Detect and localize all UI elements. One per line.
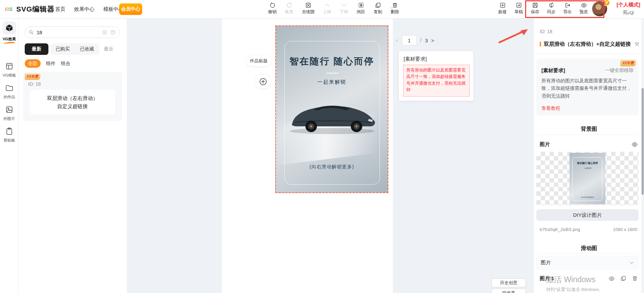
action-label: 新建 bbox=[498, 9, 507, 15]
inspector-panel: ID: 18 双层滑动（左右滑动）+自定义超链接 ⚒ V2年费 [素材要求] 一… bbox=[533, 19, 644, 293]
rail-label: 剪贴板 bbox=[0, 138, 19, 143]
material-requirement-note: [素材要求] 所有滑动的图片以及底图需要宽高尺寸一致，添加超链接需服务号并开通微… bbox=[399, 51, 474, 101]
vip-center-button[interactable]: 会员中心 bbox=[119, 3, 142, 15]
cube-icon bbox=[5, 24, 14, 32]
toolbar-label: 去缝隙 bbox=[302, 9, 315, 15]
document-actions: 新建 草稿 保存 同步 导出 预览 bbox=[495, 2, 591, 15]
move-down-button[interactable]: 下移 bbox=[337, 2, 351, 15]
spacing-icon bbox=[358, 2, 364, 8]
slide-item-actions bbox=[608, 275, 638, 282]
inspector-title: 双层滑动（左右滑动）+自定义超链接 bbox=[544, 41, 632, 48]
filter-component[interactable]: 组件 bbox=[46, 61, 56, 67]
artboard[interactable]: 智在随行 随心而停 一起来解锁 (向右滑动解锁更多) bbox=[275, 25, 388, 193]
v2-badge: V2年费 bbox=[25, 74, 40, 80]
trash-icon[interactable] bbox=[632, 275, 638, 281]
app-logo[interactable]: i3S SVG编辑器 bbox=[3, 4, 55, 15]
undo-button[interactable]: 撤销 bbox=[265, 2, 280, 15]
redo-button[interactable]: 恢复 bbox=[282, 2, 297, 15]
rail-item-clipboard[interactable]: 剪贴板 bbox=[0, 127, 19, 143]
toolbar-collapse-chevron[interactable] bbox=[389, 5, 394, 12]
new-button[interactable]: 新建 bbox=[495, 2, 510, 15]
app-logo-icon: i3S bbox=[3, 4, 14, 15]
effect-title-line2: 自定义超链接 bbox=[57, 102, 88, 110]
requirement-title: [素材要求] bbox=[541, 67, 565, 74]
page-pagination: < 1 / 3 > bbox=[395, 35, 434, 45]
thumbnail-hint: (向右滑动解锁更多) bbox=[570, 196, 605, 199]
redo-icon bbox=[286, 2, 293, 8]
clear-search-icon[interactable] bbox=[102, 29, 107, 35]
poster-subtitle: 一起来解锁 bbox=[276, 79, 388, 85]
new-file-icon bbox=[499, 2, 506, 8]
background-image-label: 图片 bbox=[540, 141, 550, 148]
export-icon bbox=[564, 2, 571, 8]
export-button[interactable]: 导出 bbox=[560, 2, 575, 15]
rail-item-svg-templates[interactable]: VG模板 bbox=[0, 62, 19, 78]
left-icon-rail: VG效果 VG模板 的作品 的图片 剪贴板 bbox=[0, 19, 19, 293]
svg-editor-app: i3S SVG编辑器 首页 效果中心 模板中心 会员中心 撤销 恢复 去缝隙 bbox=[0, 0, 644, 293]
background-image-thumbnail[interactable]: 智在随行 随心而停 一起来解锁 (向右滑动解锁更多) bbox=[570, 153, 605, 204]
save-button[interactable]: 保存 bbox=[528, 2, 542, 15]
copy-button[interactable]: 复制 bbox=[370, 2, 385, 15]
main-nav: 首页 效果中心 模板中心 bbox=[55, 0, 124, 19]
nav-home[interactable]: 首页 bbox=[55, 6, 65, 13]
personal-mode-label: [个人模式] bbox=[614, 2, 643, 8]
add-element-button[interactable] bbox=[255, 75, 271, 89]
move-down-icon bbox=[341, 2, 347, 8]
inspector-scrollbar-track[interactable] bbox=[641, 19, 644, 293]
eye-icon[interactable] bbox=[631, 141, 638, 148]
rail-item-svg-effects[interactable]: VG效果 bbox=[0, 21, 19, 43]
top-bar: i3S SVG编辑器 首页 效果中心 模板中心 会员中心 撤销 恢复 去缝隙 bbox=[0, 0, 644, 19]
spacing-button[interactable]: 间距 bbox=[353, 2, 368, 15]
divider bbox=[537, 134, 639, 135]
poster-title: 智在随行 随心而停 bbox=[276, 55, 388, 67]
save-icon bbox=[532, 2, 538, 8]
tools-icon[interactable]: ⚒ bbox=[635, 41, 639, 47]
eye-icon[interactable] bbox=[608, 275, 615, 282]
help-icon[interactable] bbox=[110, 29, 116, 35]
action-label: 预览 bbox=[580, 9, 588, 15]
remove-gap-button[interactable]: 去缝隙 bbox=[299, 2, 318, 15]
poster-bottom-hint: (向右滑动解锁更多) bbox=[276, 164, 388, 170]
nav-effect-center[interactable]: 效果中心 bbox=[74, 6, 94, 13]
clipboard-icon bbox=[0, 127, 19, 135]
duplicate-icon[interactable] bbox=[620, 275, 626, 281]
requirement-body: 所有滑动的图片以及底图需要宽高尺寸一致，添加超链接需服务号并开通微信支付，否则无… bbox=[541, 77, 634, 100]
annotation-arrow bbox=[493, 26, 533, 47]
draft-button[interactable]: 草稿 bbox=[511, 2, 526, 15]
effect-id: ID: 18 bbox=[28, 81, 41, 87]
sync-icon bbox=[548, 2, 555, 8]
slide-image-group-row[interactable]: 图片 bbox=[536, 256, 639, 269]
rail-item-my-images[interactable]: 的图片 bbox=[0, 105, 19, 121]
effect-title-card[interactable]: 双层滑动（左右滑动） 自定义超链接 bbox=[30, 90, 115, 114]
inspector-scrollbar-thumb[interactable] bbox=[642, 88, 644, 195]
filter-combination[interactable]: 组合 bbox=[61, 61, 70, 67]
toolbar-label: 上移 bbox=[323, 9, 331, 15]
sync-button[interactable]: 同步 bbox=[544, 2, 559, 15]
artwork-title-button[interactable]: 作品标题 bbox=[246, 55, 271, 66]
diy-design-image-button[interactable]: DIY设计图片 bbox=[536, 209, 639, 221]
effect-result-card[interactable]: V2年费 ID: 18 双层滑动（左右滑动） 自定义超链接 bbox=[23, 72, 122, 121]
tab-latest[interactable]: 最新 bbox=[25, 43, 48, 55]
preview-button[interactable]: 预览 bbox=[576, 2, 591, 15]
action-label: 保存 bbox=[531, 9, 539, 15]
search-input[interactable]: 18 bbox=[25, 26, 120, 38]
rail-item-my-works[interactable]: 的作品 bbox=[0, 84, 19, 100]
next-page-chevron[interactable]: > bbox=[431, 38, 434, 43]
toolbar-label: 下移 bbox=[340, 9, 348, 15]
filename: b7fraSqK_ZeBS.png bbox=[540, 227, 580, 232]
remove-all-button[interactable]: 一键全部移除 bbox=[605, 67, 634, 74]
page-number-input[interactable]: 1 bbox=[402, 35, 417, 45]
tab-recent[interactable]: 最近 bbox=[104, 46, 113, 52]
toolbar-label: 复制 bbox=[374, 9, 382, 15]
app-title: SVG编辑器 bbox=[16, 4, 55, 14]
move-up-button[interactable]: 上移 bbox=[320, 2, 335, 15]
edit-toolbar: 撤销 恢复 去缝隙 上移 下移 间距 bbox=[265, 2, 402, 15]
tab-purchased[interactable]: 已购买 bbox=[50, 43, 75, 55]
view-tutorial-link[interactable]: 查看教程 bbox=[541, 105, 560, 111]
background-section-title: 背景图 bbox=[534, 126, 644, 133]
tab-favorited[interactable]: 已收藏 bbox=[75, 43, 99, 55]
history-ideas-button[interactable]: 历史创意 bbox=[492, 278, 526, 287]
prev-page-chevron[interactable]: < bbox=[395, 38, 399, 43]
filter-all[interactable]: 全部 bbox=[25, 59, 41, 68]
find-effects-button[interactable]: 找效果 bbox=[492, 289, 526, 293]
